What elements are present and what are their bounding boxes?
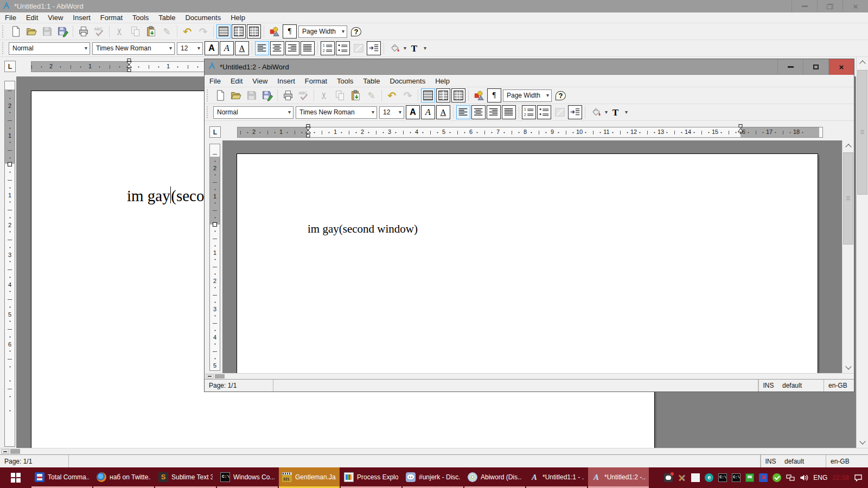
save-as-button[interactable] (55, 24, 70, 39)
underline-button[interactable]: A (235, 41, 249, 55)
horizontal-ruler[interactable]: 21123456789101112131415161718 (237, 127, 823, 138)
save-button[interactable] (244, 88, 259, 103)
indent-button[interactable] (367, 41, 381, 55)
minimize-button[interactable] (792, 0, 817, 12)
indent-marker[interactable] (126, 59, 132, 74)
menu-item[interactable]: Insert (68, 12, 95, 23)
align-justify-button[interactable] (502, 105, 516, 119)
align-right-button[interactable] (487, 105, 501, 119)
paragraph-direction-button[interactable] (552, 105, 567, 120)
taskbar-item[interactable]: Windows Co... (217, 467, 278, 488)
new-document-button[interactable] (213, 88, 227, 103)
language-indicator[interactable]: en-GB (826, 455, 868, 467)
document-area[interactable]: im gay(second window) (222, 140, 842, 373)
taskbar-item[interactable]: Abiword (Dis... (464, 467, 525, 488)
insert-image-button[interactable] (267, 24, 282, 39)
scroll-down-button[interactable] (843, 362, 854, 373)
underline-button[interactable]: A (436, 105, 450, 119)
chevron-down-icon[interactable]: ▾ (605, 110, 608, 115)
bold-button[interactable]: A (205, 41, 219, 55)
paste-button[interactable] (144, 24, 158, 39)
tab-stop-button[interactable]: L (4, 61, 16, 72)
menu-item[interactable]: Format (95, 12, 127, 23)
tab-stop-button[interactable]: L (209, 126, 221, 138)
vertical-ruler[interactable]: 2112345 (209, 144, 220, 371)
discord-tray-icon[interactable] (664, 473, 673, 482)
horizontal-scrollbar[interactable] (205, 373, 854, 379)
italic-button[interactable]: A (421, 105, 435, 119)
menu-item[interactable]: View (43, 12, 68, 23)
show-formatting-marks-button[interactable]: ¶ (487, 88, 501, 102)
menu-item[interactable]: Tools (332, 76, 358, 86)
taskbar-item[interactable]: *Untitled1:1 - ... (526, 467, 587, 488)
cut-button[interactable]: ✂ (112, 24, 127, 39)
menu-item[interactable]: Table (154, 12, 180, 23)
print-button[interactable] (280, 88, 295, 103)
open-button[interactable] (24, 24, 39, 39)
taskbar-item[interactable]: Process Explo... (341, 467, 401, 488)
scroll-thumb[interactable] (843, 152, 853, 245)
indent-marker[interactable] (305, 124, 311, 140)
white-square-tray-icon[interactable] (691, 473, 700, 482)
paste-button[interactable] (348, 88, 363, 103)
volume-tray-icon[interactable] (800, 473, 808, 482)
align-center-button[interactable] (471, 105, 486, 119)
menu-item[interactable]: Documents (180, 12, 226, 23)
console-tray-icon-2[interactable] (732, 473, 741, 482)
undo-button[interactable]: ↶ (385, 88, 399, 103)
redo-button[interactable]: ↷ (196, 24, 210, 39)
insert-mode-indicator[interactable]: INS (761, 455, 780, 467)
columns-2-button[interactable] (436, 88, 450, 102)
network-card-tray-icon[interactable] (745, 473, 754, 482)
help-button[interactable]: ? (553, 88, 568, 103)
vertical-ruler[interactable]: 21123456 (4, 81, 15, 447)
menu-item[interactable]: Edit (226, 76, 247, 86)
toolbar-grip[interactable] (207, 89, 210, 101)
columns-1-button[interactable] (421, 88, 435, 102)
taskbar-item[interactable]: Sublime Text 3 (155, 467, 216, 488)
italic-button[interactable]: A (220, 41, 234, 55)
app-error-tray-icon[interactable] (759, 473, 768, 482)
scroll-up-button[interactable] (857, 57, 868, 68)
indent-button[interactable] (568, 105, 582, 119)
scroll-up-button[interactable] (843, 140, 854, 151)
language-indicator[interactable]: en-GB (824, 380, 854, 391)
copy-button[interactable] (128, 24, 143, 39)
open-button[interactable] (228, 88, 243, 103)
close-button[interactable]: × (843, 0, 868, 12)
chevron-down-icon[interactable]: ▾ (625, 110, 628, 115)
margin-marker[interactable] (8, 162, 12, 166)
bold-button[interactable]: A (406, 105, 420, 119)
scroll-thumb[interactable] (857, 70, 867, 195)
scroll-thumb[interactable] (10, 449, 20, 454)
align-left-button[interactable] (255, 41, 269, 55)
format-painter-button[interactable]: ✎ (159, 24, 174, 39)
align-justify-button[interactable] (301, 41, 315, 55)
style-select[interactable]: Normal ▾ (9, 42, 90, 55)
menu-item[interactable]: File (0, 12, 21, 23)
taskbar-item[interactable]: наб on Twitte... (93, 467, 154, 488)
columns-3-button[interactable] (451, 88, 465, 102)
save-button[interactable] (40, 24, 54, 39)
toolbar-grip[interactable] (207, 106, 210, 118)
format-painter-button[interactable]: ✎ (364, 88, 379, 103)
undo-button[interactable]: ↶ (180, 24, 195, 39)
menu-item[interactable]: File (205, 76, 226, 86)
menu-item[interactable]: Edit (21, 12, 43, 23)
redo-button[interactable]: ↷ (400, 88, 415, 103)
menu-item[interactable]: Format (300, 76, 332, 86)
horizontal-scrollbar[interactable] (0, 448, 868, 454)
document-page[interactable]: im gay(second window) (237, 153, 818, 373)
background-color-button[interactable] (387, 41, 401, 56)
columns-3-button[interactable] (247, 24, 261, 38)
numbered-list-button[interactable] (321, 41, 335, 55)
spellcheck-button[interactable] (92, 24, 106, 39)
font-select[interactable]: Times New Roman ▾ (296, 106, 377, 119)
font-select[interactable]: Times New Roman ▾ (92, 42, 175, 55)
save-as-button[interactable] (260, 88, 275, 103)
align-right-button[interactable] (285, 41, 299, 55)
spellcheck-button[interactable] (296, 88, 311, 103)
show-formatting-marks-button[interactable]: ¶ (283, 24, 297, 38)
maximize-button[interactable] (803, 59, 828, 75)
scroll-left-button[interactable] (1, 449, 9, 454)
